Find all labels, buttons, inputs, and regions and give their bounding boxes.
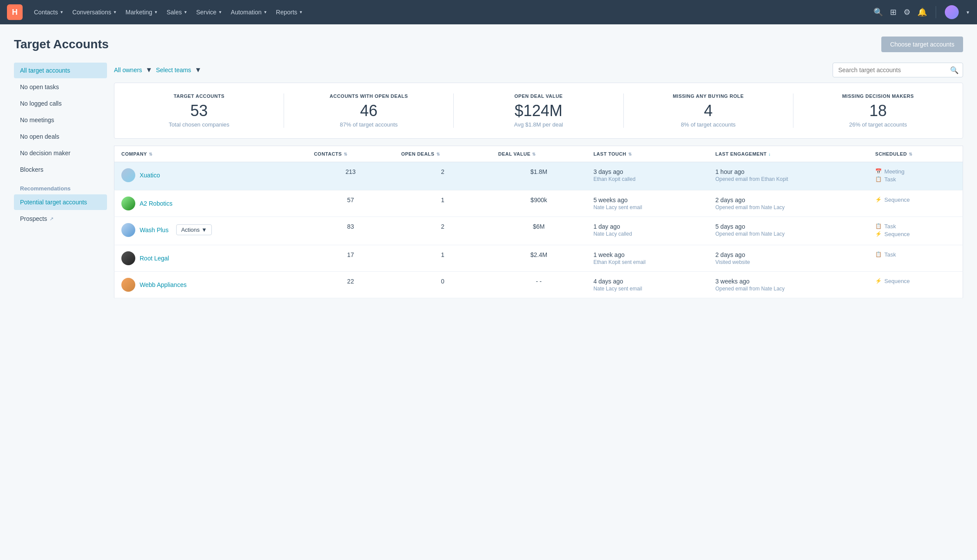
- nav-item-conversations[interactable]: Conversations ▼: [68, 6, 121, 18]
- stat-label-0: TARGET ACCOUNTS: [121, 93, 277, 99]
- nav-item-marketing[interactable]: Marketing ▼: [121, 6, 162, 18]
- last-engagement-rootlegal: 2 days ago Visited website: [708, 245, 868, 271]
- company-link-xuatico[interactable]: Xuatico: [140, 172, 160, 179]
- company-link-washplus[interactable]: Wash Plus: [140, 227, 168, 233]
- stat-sub-2: Avg $1.8M per deal: [461, 121, 616, 128]
- all-owners-filter[interactable]: All owners: [114, 67, 142, 73]
- hubspot-logo[interactable]: H: [7, 4, 23, 20]
- company-cell-webb: Webb Appliances: [114, 271, 307, 298]
- search-icon[interactable]: 🔍: [873, 7, 883, 17]
- teams-chevron: ▼: [194, 66, 201, 74]
- table-row[interactable]: Root Legal 171$2.4M 1 week ago Ethan Kop…: [114, 245, 963, 271]
- stat-label-3: MISSING ANY BUYING ROLE: [631, 93, 786, 99]
- notifications-icon[interactable]: 🔔: [917, 7, 927, 17]
- sidebar-label-no-deals: No open deals: [20, 133, 59, 140]
- sidebar: All target accountsNo open tasksNo logge…: [14, 63, 114, 298]
- recommendations-label: Recommendations: [14, 178, 107, 194]
- nav-divider: [936, 6, 936, 18]
- sidebar-item-no-deals[interactable]: No open deals: [14, 129, 107, 144]
- scheduled-rootlegal: 📋Task: [868, 245, 963, 271]
- search-input[interactable]: [833, 63, 963, 77]
- scheduled-label-xuatico: Task: [884, 176, 896, 183]
- scheduled-icon-washplus: 📋: [875, 223, 882, 229]
- table-row[interactable]: Xuatico 2132$1.8M 3 days ago Ethan Kopit…: [114, 162, 963, 190]
- scheduled-icon-xuatico: 📋: [875, 176, 882, 182]
- th-scheduled[interactable]: SCHEDULED⇅: [868, 146, 963, 162]
- content-area: All owners ▼ Select teams ▼ 🔍 TARGET ACC…: [114, 63, 963, 298]
- stat-sub-1: 87% of target accounts: [291, 121, 446, 128]
- sidebar-item-blockers[interactable]: Blockers: [14, 162, 107, 177]
- col-label-last-touch: LAST TOUCH: [593, 151, 626, 157]
- scheduled-label-a2robotics: Sequence: [884, 197, 910, 203]
- last-touch-secondary-rootlegal: Ethan Kopit sent email: [593, 259, 701, 265]
- sidebar-item-prospects[interactable]: Prospects↗: [14, 211, 107, 227]
- th-open-deals[interactable]: OPEN DEALS⇅: [394, 146, 491, 162]
- scheduled-label-webb: Sequence: [884, 278, 910, 284]
- scheduled-item-a2robotics: ⚡Sequence: [875, 197, 956, 203]
- marketplace-icon[interactable]: ⊞: [890, 7, 897, 17]
- last-engagement-secondary-rootlegal: Visited website: [715, 259, 861, 265]
- deal-value-webb: - -: [491, 271, 586, 298]
- toolbar: All owners ▼ Select teams ▼ 🔍: [114, 63, 963, 77]
- nav-chevron-marketing: ▼: [154, 10, 158, 14]
- search-box: 🔍: [833, 63, 963, 77]
- scheduled-item-washplus: ⚡Sequence: [875, 231, 956, 237]
- table-row[interactable]: A2 Robotics 571$900k 5 weeks ago Nate La…: [114, 190, 963, 217]
- th-last-touch[interactable]: LAST TOUCH⇅: [586, 146, 708, 162]
- company-link-webb[interactable]: Webb Appliances: [140, 281, 187, 288]
- search-submit-button[interactable]: 🔍: [950, 66, 959, 74]
- last-touch-primary-a2robotics: 5 weeks ago: [593, 197, 701, 203]
- user-menu-chevron[interactable]: ▼: [966, 10, 970, 15]
- th-last-engagement[interactable]: LAST ENGAGEMENT↓: [708, 146, 868, 162]
- th-company[interactable]: COMPANY⇅: [114, 146, 307, 162]
- sidebar-label-no-meetings: No meetings: [20, 117, 54, 123]
- open-deals-xuatico: 2: [394, 162, 491, 190]
- sidebar-item-no-decision[interactable]: No decision maker: [14, 145, 107, 161]
- sidebar-label-prospects: Prospects: [20, 215, 47, 222]
- last-engagement-secondary-a2robotics: Opened email from Nate Lacy: [715, 204, 861, 210]
- nav-label-sales: Sales: [167, 9, 182, 16]
- actions-chevron: ▼: [201, 227, 207, 233]
- company-link-a2robotics[interactable]: A2 Robotics: [140, 200, 172, 207]
- sidebar-item-potential[interactable]: Potential target accounts: [14, 194, 107, 210]
- nav-item-reports[interactable]: Reports ▼: [271, 6, 307, 18]
- stat-item-4: MISSING DECISION MAKERS 18 26% of target…: [793, 93, 963, 128]
- nav-item-contacts[interactable]: Contacts ▼: [30, 6, 68, 18]
- stat-sub-3: 8% of target accounts: [631, 121, 786, 128]
- sort-icon-last-touch: ⇅: [628, 152, 632, 157]
- table-row[interactable]: Wash Plus Actions ▼ 832$6M 1 day ago Nat…: [114, 217, 963, 245]
- select-teams-filter[interactable]: Select teams: [156, 67, 191, 73]
- col-label-contacts: CONTACTS: [314, 151, 342, 157]
- choose-target-accounts-button[interactable]: Choose target accounts: [881, 37, 963, 52]
- sidebar-item-no-tasks[interactable]: No open tasks: [14, 79, 107, 95]
- nav-label-reports: Reports: [276, 9, 297, 16]
- th-deal-value[interactable]: DEAL VALUE⇅: [491, 146, 586, 162]
- sidebar-item-no-meetings[interactable]: No meetings: [14, 112, 107, 128]
- sidebar-item-all[interactable]: All target accounts: [14, 63, 107, 78]
- actions-button-washplus[interactable]: Actions ▼: [176, 224, 212, 235]
- avatar-webb: [121, 278, 135, 292]
- nav-item-service[interactable]: Service ▼: [192, 6, 227, 18]
- col-label-deal-value: DEAL VALUE: [498, 151, 530, 157]
- company-link-rootlegal[interactable]: Root Legal: [140, 255, 169, 262]
- table-row[interactable]: Webb Appliances 220- - 4 days ago Nate L…: [114, 271, 963, 298]
- last-touch-secondary-xuatico: Ethan Kopit called: [593, 176, 701, 182]
- stat-value-4: 18: [800, 102, 956, 120]
- scheduled-icon-rootlegal: 📋: [875, 251, 882, 257]
- company-cell-rootlegal: Root Legal: [114, 245, 307, 271]
- settings-icon[interactable]: ⚙: [903, 7, 910, 17]
- nav-item-automation[interactable]: Automation ▼: [227, 6, 272, 18]
- sidebar-item-no-calls[interactable]: No logged calls: [14, 96, 107, 111]
- page-title: Target Accounts: [14, 37, 109, 51]
- nav-item-sales[interactable]: Sales ▼: [162, 6, 192, 18]
- scheduled-item-xuatico: 📋Task: [875, 176, 956, 183]
- scheduled-icon-a2robotics: ⚡: [875, 197, 882, 203]
- last-engagement-primary-webb: 3 weeks ago: [715, 278, 861, 285]
- last-engagement-primary-xuatico: 1 hour ago: [715, 168, 861, 175]
- th-contacts[interactable]: CONTACTS⇅: [307, 146, 395, 162]
- user-avatar[interactable]: [945, 5, 959, 19]
- stat-sub-0: Total chosen companies: [121, 121, 277, 128]
- page-header: Target Accounts Choose target accounts: [14, 37, 963, 52]
- deal-value-washplus: $6M: [491, 217, 586, 245]
- company-cell-xuatico: Xuatico: [114, 162, 307, 190]
